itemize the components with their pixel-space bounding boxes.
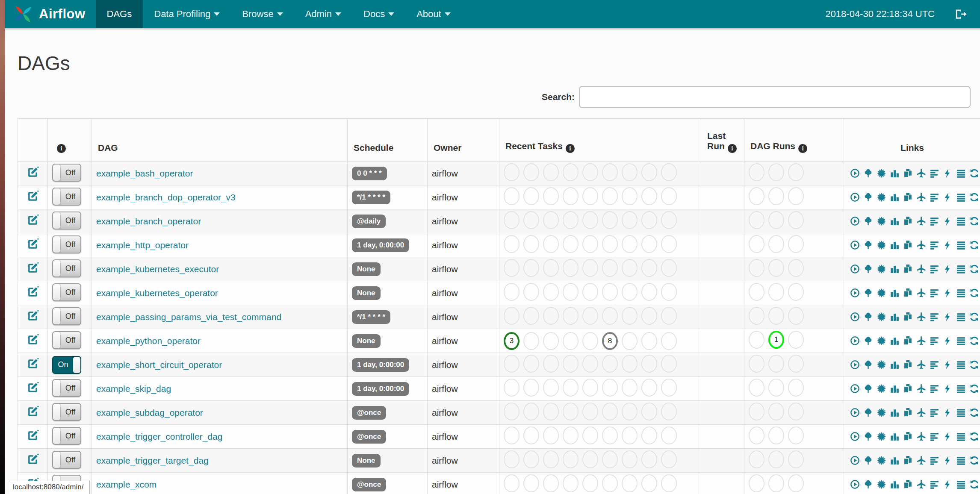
state-circle[interactable] bbox=[504, 163, 520, 181]
state-circle[interactable] bbox=[563, 426, 579, 444]
schedule-badge[interactable]: None bbox=[352, 262, 381, 276]
refresh-icon[interactable] bbox=[969, 479, 980, 490]
state-circle[interactable]: 8 bbox=[602, 332, 618, 350]
state-circle[interactable] bbox=[523, 211, 539, 229]
trigger-dag-icon[interactable] bbox=[850, 264, 860, 274]
state-circle[interactable] bbox=[641, 355, 657, 373]
trigger-dag-icon[interactable] bbox=[850, 168, 860, 179]
state-circle[interactable] bbox=[749, 331, 765, 349]
state-circle[interactable] bbox=[788, 379, 804, 397]
state-circle[interactable] bbox=[523, 332, 539, 350]
edit-dag-icon[interactable] bbox=[26, 357, 39, 370]
code-view-icon[interactable] bbox=[942, 335, 953, 346]
state-circle[interactable] bbox=[563, 403, 579, 420]
state-circle[interactable] bbox=[768, 403, 784, 420]
state-circle[interactable] bbox=[768, 187, 784, 205]
task-duration-icon[interactable] bbox=[889, 216, 900, 226]
gantt-view-icon[interactable] bbox=[929, 383, 940, 394]
gantt-view-icon[interactable] bbox=[929, 407, 940, 418]
task-tries-icon[interactable] bbox=[903, 335, 913, 346]
state-circle[interactable] bbox=[523, 307, 539, 325]
state-circle[interactable] bbox=[749, 355, 765, 373]
dag-link[interactable]: example_branch_dop_operator_v3 bbox=[96, 192, 236, 202]
edit-dag-icon[interactable] bbox=[26, 262, 39, 275]
task-tries-icon[interactable] bbox=[903, 407, 913, 418]
schedule-badge[interactable]: @once bbox=[352, 478, 386, 491]
dag-details-icon[interactable] bbox=[956, 240, 966, 250]
state-circle[interactable] bbox=[661, 332, 677, 350]
nav-dags[interactable]: DAGs bbox=[96, 0, 143, 28]
dag-details-icon[interactable] bbox=[956, 431, 966, 442]
state-circle[interactable] bbox=[749, 403, 765, 420]
dag-link[interactable]: example_http_operator bbox=[96, 240, 189, 250]
state-circle[interactable] bbox=[523, 283, 539, 301]
state-circle[interactable] bbox=[641, 403, 657, 420]
state-circle[interactable] bbox=[523, 450, 539, 468]
schedule-badge[interactable]: None bbox=[352, 454, 381, 468]
state-circle[interactable] bbox=[768, 211, 784, 229]
state-circle[interactable] bbox=[622, 379, 638, 397]
state-circle[interactable] bbox=[661, 379, 677, 397]
tree-view-icon[interactable] bbox=[863, 407, 874, 418]
trigger-dag-icon[interactable] bbox=[850, 359, 860, 370]
state-circle[interactable] bbox=[543, 235, 559, 253]
task-duration-icon[interactable] bbox=[889, 359, 900, 370]
state-circle[interactable] bbox=[602, 355, 618, 373]
landing-times-icon[interactable] bbox=[916, 431, 927, 442]
dag-details-icon[interactable] bbox=[956, 216, 966, 226]
edit-dag-icon[interactable] bbox=[26, 285, 39, 299]
schedule-badge[interactable]: None bbox=[352, 286, 381, 300]
refresh-icon[interactable] bbox=[969, 288, 980, 298]
dag-details-icon[interactable] bbox=[956, 264, 966, 274]
refresh-icon[interactable] bbox=[969, 335, 980, 346]
tree-view-icon[interactable] bbox=[863, 431, 874, 442]
state-circle[interactable] bbox=[749, 450, 765, 468]
trigger-dag-icon[interactable] bbox=[850, 455, 860, 466]
state-circle[interactable] bbox=[749, 426, 765, 444]
landing-times-icon[interactable] bbox=[916, 359, 927, 370]
state-circle[interactable] bbox=[749, 235, 765, 253]
gantt-view-icon[interactable] bbox=[929, 479, 940, 490]
task-tries-icon[interactable] bbox=[903, 431, 913, 442]
state-circle[interactable] bbox=[504, 379, 520, 397]
refresh-icon[interactable] bbox=[969, 216, 980, 226]
state-circle[interactable] bbox=[622, 163, 638, 181]
state-circle[interactable] bbox=[749, 379, 765, 397]
state-circle[interactable] bbox=[661, 355, 677, 373]
trigger-dag-icon[interactable] bbox=[850, 431, 860, 442]
state-circle[interactable] bbox=[768, 307, 784, 325]
graph-view-icon[interactable] bbox=[876, 288, 887, 298]
state-circle[interactable] bbox=[641, 283, 657, 301]
state-circle[interactable] bbox=[582, 259, 598, 277]
state-circle[interactable] bbox=[563, 307, 579, 325]
refresh-icon[interactable] bbox=[969, 383, 980, 394]
dag-link[interactable]: example_kubernetes_operator bbox=[96, 288, 218, 298]
state-circle[interactable] bbox=[582, 426, 598, 444]
pause-toggle[interactable]: Off bbox=[52, 283, 81, 301]
state-circle[interactable] bbox=[622, 332, 638, 350]
graph-view-icon[interactable] bbox=[876, 431, 887, 442]
state-circle[interactable] bbox=[661, 187, 677, 205]
state-circle[interactable] bbox=[661, 211, 677, 229]
schedule-badge[interactable]: */1 * * * * bbox=[352, 310, 390, 324]
state-circle[interactable] bbox=[523, 403, 539, 420]
task-tries-icon[interactable] bbox=[903, 455, 913, 466]
trigger-dag-icon[interactable] bbox=[850, 216, 860, 226]
state-circle[interactable] bbox=[788, 331, 804, 349]
state-circle[interactable] bbox=[788, 235, 804, 253]
schedule-badge[interactable]: 1 day, 0:00:00 bbox=[352, 238, 409, 252]
graph-view-icon[interactable] bbox=[876, 192, 887, 203]
state-circle[interactable] bbox=[582, 163, 598, 181]
state-circle[interactable] bbox=[543, 403, 559, 420]
state-circle[interactable] bbox=[749, 163, 765, 181]
state-circle[interactable] bbox=[641, 211, 657, 229]
task-tries-icon[interactable] bbox=[903, 288, 913, 298]
state-circle[interactable] bbox=[768, 235, 784, 253]
nav-docs[interactable]: Docs bbox=[352, 0, 405, 28]
pause-toggle[interactable]: Off bbox=[52, 307, 81, 325]
state-circle[interactable] bbox=[641, 259, 657, 277]
refresh-icon[interactable] bbox=[969, 359, 980, 370]
header-owner[interactable]: Owner bbox=[428, 119, 499, 162]
schedule-badge[interactable]: @daily bbox=[352, 215, 386, 228]
trigger-dag-icon[interactable] bbox=[850, 407, 860, 418]
